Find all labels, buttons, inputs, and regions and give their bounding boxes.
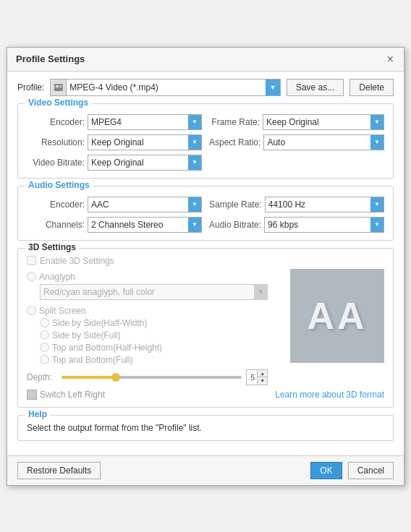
audio-settings-section: Audio Settings Encoder: AAC Sample Rate: [17,186,394,241]
profile-icon [51,80,67,95]
video-settings-content: Encoder: MPEG4 Frame Rate: Keep Original [18,104,393,178]
encoder-select[interactable]: MPEG4 [88,114,202,130]
channels-select[interactable]: 2 Channels Stereo [88,217,202,233]
preview-column: AA Learn more about 3D format [275,272,384,400]
cancel-button[interactable]: Cancel [348,462,394,479]
aspect-ratio-field: Aspect Ratio: Auto [209,134,384,150]
depth-down-arrow[interactable]: ▼ [258,377,267,385]
video-bitrate-select[interactable]: Keep Original [88,155,202,171]
audio-bitrate-arrow[interactable] [370,218,384,232]
top-bottom-half-label: Top and Bottom(Half-Height) [52,343,162,353]
sample-rate-field: Sample Rate: 44100 Hz [209,197,384,213]
video-settings-title: Video Settings [25,98,91,108]
channels-value: 2 Channels Stereo [88,220,188,230]
video-bitrate-value: Keep Original [88,158,188,168]
audio-bitrate-value: 96 kbps [265,220,370,230]
audio-bitrate-select[interactable]: 96 kbps [264,217,384,233]
encoder-value: MPEG4 [88,117,188,127]
3d-settings-section: 3D Settings Enable 3D Settings Anaglyph [17,248,394,408]
anaglyph-radio-row: Anaglyph [27,272,268,282]
channels-label: Channels: [27,220,85,230]
help-content: Select the output format from the "Profi… [18,416,393,440]
depth-up-arrow[interactable]: ▲ [258,370,267,378]
video-settings-grid: Encoder: MPEG4 Frame Rate: Keep Original [27,114,384,171]
help-text: Select the output format from the "Profi… [27,423,202,433]
resolution-select[interactable]: Keep Original [88,134,202,150]
side-by-side-full-label: Side by Side(Full) [52,330,121,340]
depth-value-spinner[interactable]: 5 ▲ ▼ [246,369,268,385]
top-bottom-half-radio[interactable] [40,343,49,352]
profile-dropdown-arrow[interactable] [266,80,280,95]
profile-select[interactable]: MPEG-4 Video (*.mp4) [50,79,281,96]
help-section: Help Select the output format from the "… [17,415,394,441]
resolution-value: Keep Original [88,137,188,147]
help-title: Help [25,409,50,419]
sample-rate-value: 44100 Hz [266,200,370,210]
frame-rate-select[interactable]: Keep Original [263,114,384,130]
frame-rate-value: Keep Original [263,117,370,127]
depth-row: Depth: 5 ▲ ▼ [27,369,268,385]
depth-slider[interactable] [62,376,242,379]
audio-encoder-label: Encoder: [27,200,85,210]
side-by-side-half-radio[interactable] [40,318,49,327]
aspect-ratio-select[interactable]: Auto [263,134,384,150]
svg-rect-1 [56,85,59,87]
audio-encoder-arrow[interactable] [188,197,201,212]
audio-settings-content: Encoder: AAC Sample Rate: 44100 Hz [18,186,393,240]
top-bottom-full-label: Top and Bottom(Full) [52,355,132,365]
video-bitrate-label: Video Bitrate: [27,158,85,168]
side-by-side-half-label: Side by Side(Half-Width) [52,318,147,328]
switch-lr-checkbox[interactable] [27,390,37,400]
3d-settings-title: 3D Settings [25,242,79,252]
enable-3d-row: Enable 3D Settings [27,256,384,266]
sample-rate-select[interactable]: 44100 Hz [265,197,384,213]
frame-rate-arrow[interactable] [370,115,384,129]
delete-button[interactable]: Delete [349,79,394,96]
video-settings-section: Video Settings Encoder: MPEG4 Frame Rate… [17,103,394,179]
resolution-arrow[interactable] [188,135,201,150]
save-as-button[interactable]: Save as... [287,79,344,96]
frame-rate-field: Frame Rate: Keep Original [209,114,384,130]
3d-preview-box: AA [290,269,384,363]
profile-label: Profile: [17,82,44,93]
depth-value: 5 [247,373,257,382]
enable-3d-checkbox[interactable] [27,256,36,265]
side-by-side-full-row: Side by Side(Full) [27,330,268,340]
encoder-label: Encoder: [27,117,85,127]
svg-rect-2 [59,85,62,86]
resolution-label: Resolution: [27,137,85,147]
close-button[interactable]: × [386,53,395,65]
3d-settings-left: Anaglyph Red/cyan anaglyph, full color [27,272,268,400]
svg-rect-3 [59,87,62,87]
title-bar: Profile Settings × [7,48,404,72]
encoder-arrow[interactable] [188,115,201,129]
channels-field: Channels: 2 Channels Stereo [27,217,202,233]
audio-bitrate-field: Audio Bitrate: 96 kbps [209,217,384,233]
profile-settings-dialog: Profile Settings × Profile: MPEG-4 Video… [7,47,404,486]
frame-rate-label: Frame Rate: [209,117,260,127]
audio-encoder-select[interactable]: AAC [88,197,202,213]
anaglyph-select[interactable]: Red/cyan anaglyph, full color [40,284,268,300]
channels-arrow[interactable] [188,218,201,232]
profile-select-text: MPEG-4 Video (*.mp4) [67,82,266,93]
anaglyph-label: Anaglyph [39,272,75,282]
split-screen-radio-row: Split Screen [27,306,268,316]
switch-lr-row: Switch Left Right [27,390,268,400]
split-screen-radio[interactable] [27,306,36,315]
video-row3-empty [209,155,384,171]
ok-button[interactable]: OK [310,462,342,479]
split-screen-group: Split Screen Side by Side(Half-Width) Si… [27,306,268,365]
anaglyph-radio[interactable] [27,272,36,281]
dialog-title: Profile Settings [16,53,85,64]
restore-defaults-button[interactable]: Restore Defaults [17,462,101,479]
anaglyph-arrow[interactable] [254,285,267,299]
aspect-ratio-label: Aspect Ratio: [209,137,260,147]
side-by-side-full-radio[interactable] [40,330,49,340]
learn-more-link[interactable]: Learn more about 3D format [275,390,384,400]
top-bottom-full-row: Top and Bottom(Full) [27,355,268,365]
audio-settings-grid: Encoder: AAC Sample Rate: 44100 Hz [27,197,384,233]
top-bottom-full-radio[interactable] [40,355,49,364]
video-bitrate-arrow[interactable] [188,155,201,170]
aspect-ratio-arrow[interactable] [370,135,384,150]
sample-rate-arrow[interactable] [370,197,384,212]
